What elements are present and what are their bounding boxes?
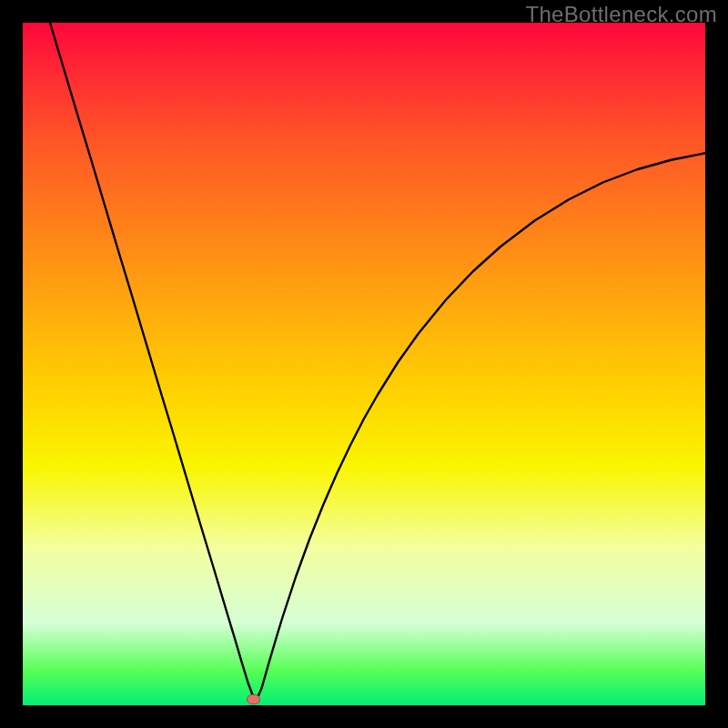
- bottleneck-curve: [50, 23, 705, 699]
- plot-area: [23, 23, 705, 705]
- optimal-point-marker: [247, 694, 260, 704]
- curve-svg: [23, 23, 705, 705]
- watermark-text: TheBottleneck.com: [525, 2, 717, 27]
- chart-frame: TheBottleneck.com: [0, 0, 728, 728]
